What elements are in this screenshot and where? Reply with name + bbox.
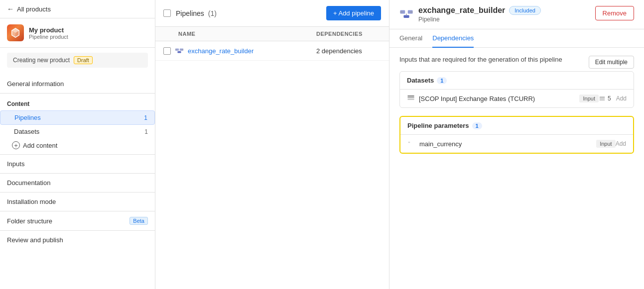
pipeline-detail-icon: [399, 7, 413, 21]
nav-datasets[interactable]: Datasets 1: [0, 125, 155, 138]
pipeline-params-row-right: Add: [616, 140, 626, 147]
edit-multiple-button[interactable]: Edit multiple: [589, 56, 634, 69]
right-title-area: exchange_rate_builder Included Pipeline: [399, 6, 541, 23]
tab-dependencies-label: Dependencies: [432, 34, 474, 42]
pipelines-label: Pipelines: [176, 9, 204, 17]
datasets-count-num: 5: [608, 95, 611, 102]
pipeline-title: Pipelines (1): [176, 9, 217, 17]
datasets-input-tag: Input: [579, 95, 598, 102]
table-header: NAME DEPENDENCIES: [155, 27, 389, 41]
nav-content-section: Content: [0, 96, 155, 110]
row-checkbox[interactable]: [163, 47, 171, 55]
right-body: Inputs that are required for the generat…: [389, 48, 644, 170]
tab-general[interactable]: General: [399, 29, 422, 48]
divider-6: [0, 230, 155, 231]
creating-text: Creating new product: [13, 57, 70, 64]
nav-pipelines-count: 1: [144, 114, 147, 121]
datasets-row-0: [SCOP Input] Exchange Rates (TCURR) Inpu…: [400, 90, 634, 107]
add-content-label: Add content: [23, 142, 57, 149]
right-subtitle: Pipeline: [418, 16, 541, 23]
svg-rect-16: [600, 98, 605, 99]
pipeline-row-icon: [175, 46, 184, 55]
sidebar-nav: General information Content Pipelines 1 …: [0, 73, 155, 289]
svg-rect-8: [403, 15, 409, 18]
table-row[interactable]: exchange_rate_builder 2 dependencies: [155, 41, 389, 61]
product-info: My product Pipeline product: [29, 26, 68, 40]
datasets-title: Datasets: [407, 77, 434, 84]
pipeline-params-header: Pipeline parameters 1: [400, 117, 633, 135]
divider-5: [0, 211, 155, 211]
description-row: Inputs that are required for the generat…: [399, 56, 634, 71]
pipeline-row-deps: 2 dependencies: [316, 47, 381, 55]
sidebar: ← All products My product Pipeline produ…: [0, 0, 155, 289]
nav-folder-structure-label: Folder structure: [7, 217, 52, 225]
nav-documentation[interactable]: Documentation: [0, 176, 155, 190]
divider-2: [0, 154, 155, 155]
tabs: General Dependencies: [389, 29, 644, 48]
datasets-row-name: [SCOP Input] Exchange Rates (TCURR): [419, 95, 575, 102]
right-pipeline-name: exchange_rate_builder: [418, 6, 505, 15]
datasets-count-badge: 1: [437, 77, 447, 84]
sidebar-top: ← All products: [0, 0, 155, 18]
nav-add-content[interactable]: + Add content: [0, 138, 155, 152]
pipelines-count: (1): [208, 9, 217, 17]
pipeline-header-left: Pipelines (1): [163, 9, 217, 17]
remove-label: Remove: [603, 9, 627, 17]
pipeline-params-add-link[interactable]: Add: [616, 140, 626, 147]
product-header: My product Pipeline product: [0, 18, 155, 48]
nav-review-publish-label: Review and publish: [7, 236, 63, 244]
back-link[interactable]: ← All products: [7, 5, 148, 13]
creating-banner: Creating new product Draft: [7, 53, 148, 68]
draft-badge: Draft: [74, 56, 93, 64]
add-pipeline-label: + Add pipeline: [333, 9, 374, 17]
right-panel: exchange_rate_builder Included Pipeline …: [389, 0, 644, 289]
nav-pipelines-label: Pipelines: [14, 114, 41, 121]
layer-icon: [407, 95, 415, 102]
edit-multiple-label: Edit multiple: [595, 59, 628, 66]
pipeline-params-count-badge: 1: [472, 122, 482, 129]
nav-datasets-label: Datasets: [14, 128, 39, 135]
datasets-row-count: 5: [599, 95, 611, 102]
nav-pipelines[interactable]: Pipelines 1: [0, 110, 155, 125]
datasets-section-header: Datasets 1: [400, 72, 634, 90]
nav-general-info[interactable]: General information: [0, 77, 155, 91]
nav-installation-mode-label: Installation mode: [7, 198, 56, 205]
back-arrow-icon: ←: [7, 5, 14, 13]
pipeline-params-row-0: " main_currency Input Add: [400, 135, 633, 153]
svg-rect-12: [407, 97, 414, 98]
quote-icon: ": [407, 140, 415, 148]
col-name-header: NAME: [163, 31, 316, 37]
pipeline-params-row-name: main_currency: [419, 140, 592, 148]
svg-text:": ": [408, 141, 410, 146]
divider-1: [0, 93, 155, 94]
remove-button[interactable]: Remove: [595, 6, 634, 20]
svg-rect-14: [407, 96, 414, 96]
pipeline-list-header: Pipelines (1) + Add pipeline: [155, 0, 389, 27]
product-name: My product: [29, 26, 68, 34]
pipeline-row-name[interactable]: exchange_rate_builder: [188, 47, 316, 55]
back-label: All products: [17, 5, 51, 13]
svg-rect-17: [600, 99, 605, 100]
nav-folder-structure[interactable]: Folder structure Beta: [0, 213, 155, 228]
divider-4: [0, 192, 155, 193]
nav-inputs[interactable]: Inputs: [0, 157, 155, 171]
right-title-name: exchange_rate_builder Included: [418, 6, 541, 15]
add-pipeline-button[interactable]: + Add pipeline: [326, 6, 381, 20]
folder-beta-badge: Beta: [129, 217, 148, 225]
select-all-checkbox[interactable]: [163, 9, 171, 17]
pipeline-params-section-card: Pipeline parameters 1 " main_currency In…: [399, 116, 634, 154]
divider-3: [0, 173, 155, 174]
pipeline-params-title: Pipeline parameters: [407, 122, 469, 129]
nav-review-publish[interactable]: Review and publish: [0, 233, 155, 247]
nav-datasets-count: 1: [144, 128, 148, 135]
tab-dependencies[interactable]: Dependencies: [432, 29, 474, 48]
product-icon: [7, 24, 24, 41]
datasets-add-link[interactable]: Add: [616, 95, 627, 102]
nav-installation-mode[interactable]: Installation mode: [0, 194, 155, 209]
svg-rect-13: [407, 99, 414, 100]
middle-panel: Pipelines (1) + Add pipeline NAME DEPEND…: [155, 0, 389, 289]
nav-documentation-label: Documentation: [7, 179, 50, 187]
description-text: Inputs that are required for the generat…: [399, 56, 562, 63]
pipeline-params-input-tag: Input: [596, 140, 615, 148]
right-header: exchange_rate_builder Included Pipeline …: [389, 0, 644, 29]
